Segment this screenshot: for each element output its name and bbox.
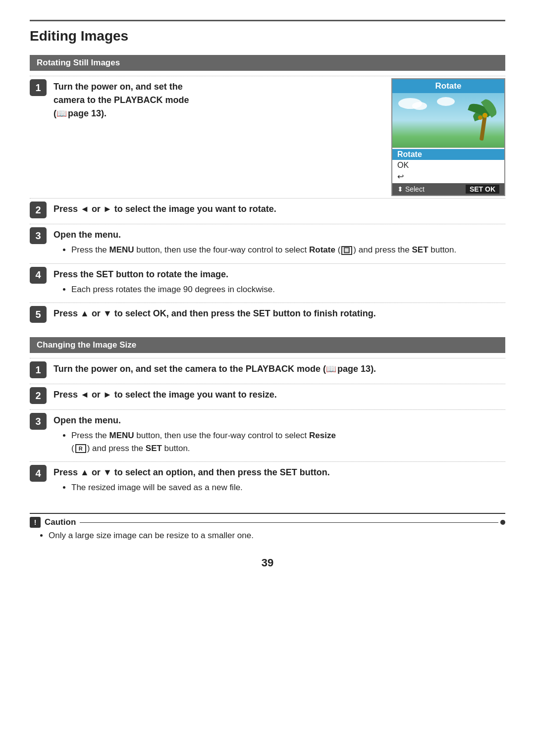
step-row-2-resize: 2 Press ◄ or ► to select the image you w… — [30, 386, 505, 407]
step-4-rotate-bullets: Each press rotates the image 90 degrees … — [62, 283, 505, 296]
page-title: Editing Images — [30, 20, 505, 44]
step-4-resize-bullets: The resized image will be saved as a new… — [62, 481, 505, 494]
step-badge-3-resize: 3 — [30, 413, 47, 430]
step-row-1-rotate: 1 Turn the power on, and set thecamera t… — [30, 78, 505, 196]
step-badge-2-resize: 2 — [30, 387, 47, 404]
step-badge-1-rotate: 1 — [30, 79, 47, 96]
step-badge-2-rotate: 2 — [30, 202, 47, 218]
step-badge-5-rotate: 5 — [30, 306, 47, 323]
step-badge-1-resize: 1 — [30, 361, 47, 378]
rotate-screen-menu: Rotate OK ↩ — [392, 148, 504, 183]
step-badge-3-rotate: 3 — [30, 227, 47, 244]
step-row-1-resize: 1 Turn the power on, and set the camera … — [30, 360, 505, 382]
rotate-screen-image — [392, 93, 504, 148]
step-content-2-rotate: Press ◄ or ► to select the image you wan… — [54, 201, 505, 222]
or-label-3: or — [92, 390, 101, 400]
rotate-footer-ok: SET OK — [466, 185, 499, 194]
step-content-1-rotate: Turn the power on, and set thecamera to … — [54, 78, 379, 126]
step-content-4-resize: Press ▲ or ▼ to select an option, and th… — [54, 464, 505, 499]
section-header-resizing: Changing the Image Size — [30, 337, 505, 353]
step-row-5-rotate: 5 Press ▲ or ▼ to select OK, and then pr… — [30, 305, 505, 326]
step-row-3-rotate: 3 Open the menu. Press the MENU button, … — [30, 226, 505, 261]
rotate-screen-illustration: Rotate Rotate OK ↩ — [391, 78, 505, 196]
caution-label: Caution — [45, 517, 76, 527]
step-content-3-rotate: Open the menu. Press the MENU button, th… — [54, 226, 505, 261]
step-content-5-rotate: Press ▲ or ▼ to select OK, and then pres… — [54, 305, 505, 326]
rotate-menu-item-rotate: Rotate — [392, 149, 504, 160]
step-content-3-resize: Open the menu. Press the MENU button, th… — [54, 412, 505, 459]
rotate-icon: 🔲 — [341, 246, 352, 255]
rotate-menu-item-ok: OK — [392, 160, 504, 171]
rotate-menu-item-back: ↩ — [392, 171, 504, 182]
or-label-1: or — [92, 204, 101, 214]
page-number: 39 — [30, 556, 505, 569]
rotate-footer-select: ⬍ Select — [397, 185, 425, 193]
section-header-rotating: Rotating Still Images — [30, 55, 505, 71]
caution-box: ! Caution Only a large size image can be… — [30, 513, 505, 541]
step-row-4-resize: 4 Press ▲ or ▼ to select an option, and … — [30, 464, 505, 499]
step-content-2-resize: Press ◄ or ► to select the image you wan… — [54, 386, 505, 407]
step-row-3-resize: 3 Open the menu. Press the MENU button, … — [30, 412, 505, 459]
step-3-rotate-bullets: Press the MENU button, then use the four… — [62, 244, 505, 256]
step-row-4-rotate: 4 Press the SET button to rotate the ima… — [30, 266, 505, 301]
step-content-1-resize: Turn the power on, and set the camera to… — [54, 360, 505, 382]
caution-icon: ! — [30, 517, 41, 528]
caution-bullet-1: Only a large size image can be resize to… — [49, 531, 505, 541]
or-label-2: or — [92, 308, 101, 318]
rotate-screen-header: Rotate — [392, 79, 504, 93]
rotate-screen-footer: ⬍ Select SET OK — [392, 183, 504, 195]
step-content-4-rotate: Press the SET button to rotate the image… — [54, 266, 505, 301]
resize-icon: R — [75, 444, 86, 453]
or-label-4: or — [92, 467, 101, 477]
caution-bullets: Only a large size image can be resize to… — [40, 531, 505, 541]
step-badge-4-resize: 4 — [30, 465, 47, 482]
step-row-2-rotate: 2 Press ◄ or ► to select the image you w… — [30, 201, 505, 222]
step-3-resize-bullets: Press the MENU button, then use the four… — [62, 429, 505, 454]
caution-line — [80, 522, 498, 523]
caution-title: ! Caution — [30, 517, 505, 528]
step-badge-4-rotate: 4 — [30, 267, 47, 284]
